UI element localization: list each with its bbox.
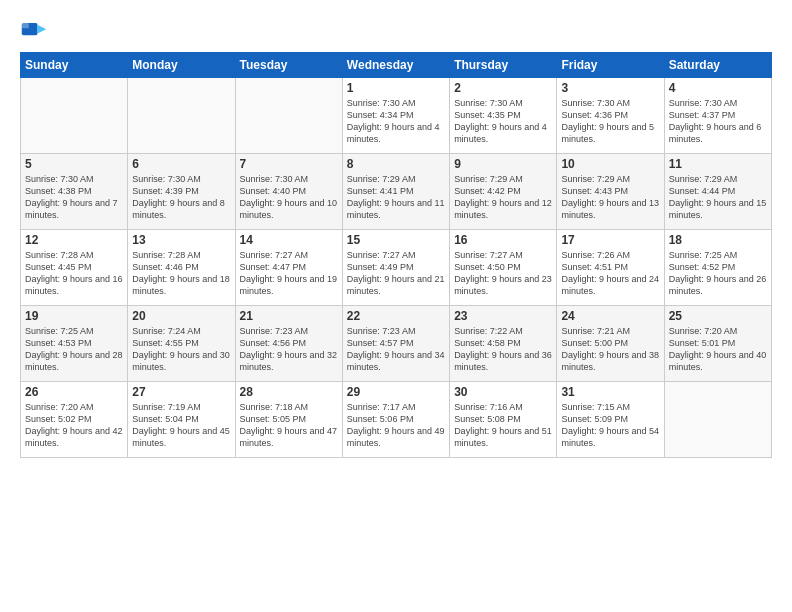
cell-day-number: 3 xyxy=(561,81,659,95)
calendar-cell: 20Sunrise: 7:24 AM Sunset: 4:55 PM Dayli… xyxy=(128,306,235,382)
cell-info: Sunrise: 7:27 AM Sunset: 4:49 PM Dayligh… xyxy=(347,249,445,298)
calendar-cell xyxy=(664,382,771,458)
cell-info: Sunrise: 7:16 AM Sunset: 5:08 PM Dayligh… xyxy=(454,401,552,450)
cell-day-number: 24 xyxy=(561,309,659,323)
logo-icon xyxy=(20,16,48,44)
weekday-header: Friday xyxy=(557,53,664,78)
cell-day-number: 11 xyxy=(669,157,767,171)
calendar-cell: 9Sunrise: 7:29 AM Sunset: 4:42 PM Daylig… xyxy=(450,154,557,230)
cell-day-number: 19 xyxy=(25,309,123,323)
cell-info: Sunrise: 7:29 AM Sunset: 4:41 PM Dayligh… xyxy=(347,173,445,222)
calendar-cell: 22Sunrise: 7:23 AM Sunset: 4:57 PM Dayli… xyxy=(342,306,449,382)
cell-day-number: 27 xyxy=(132,385,230,399)
logo xyxy=(20,16,52,44)
cell-info: Sunrise: 7:27 AM Sunset: 4:47 PM Dayligh… xyxy=(240,249,338,298)
cell-day-number: 15 xyxy=(347,233,445,247)
cell-info: Sunrise: 7:22 AM Sunset: 4:58 PM Dayligh… xyxy=(454,325,552,374)
calendar-week-row: 1Sunrise: 7:30 AM Sunset: 4:34 PM Daylig… xyxy=(21,78,772,154)
calendar-cell: 6Sunrise: 7:30 AM Sunset: 4:39 PM Daylig… xyxy=(128,154,235,230)
cell-day-number: 9 xyxy=(454,157,552,171)
calendar-cell: 7Sunrise: 7:30 AM Sunset: 4:40 PM Daylig… xyxy=(235,154,342,230)
weekday-header: Tuesday xyxy=(235,53,342,78)
calendar-cell: 31Sunrise: 7:15 AM Sunset: 5:09 PM Dayli… xyxy=(557,382,664,458)
cell-info: Sunrise: 7:19 AM Sunset: 5:04 PM Dayligh… xyxy=(132,401,230,450)
cell-day-number: 30 xyxy=(454,385,552,399)
calendar-cell: 12Sunrise: 7:28 AM Sunset: 4:45 PM Dayli… xyxy=(21,230,128,306)
cell-info: Sunrise: 7:29 AM Sunset: 4:42 PM Dayligh… xyxy=(454,173,552,222)
cell-info: Sunrise: 7:27 AM Sunset: 4:50 PM Dayligh… xyxy=(454,249,552,298)
cell-day-number: 20 xyxy=(132,309,230,323)
calendar-cell: 25Sunrise: 7:20 AM Sunset: 5:01 PM Dayli… xyxy=(664,306,771,382)
calendar-cell: 15Sunrise: 7:27 AM Sunset: 4:49 PM Dayli… xyxy=(342,230,449,306)
calendar-cell: 10Sunrise: 7:29 AM Sunset: 4:43 PM Dayli… xyxy=(557,154,664,230)
cell-day-number: 17 xyxy=(561,233,659,247)
cell-info: Sunrise: 7:30 AM Sunset: 4:35 PM Dayligh… xyxy=(454,97,552,146)
cell-day-number: 18 xyxy=(669,233,767,247)
cell-day-number: 31 xyxy=(561,385,659,399)
cell-info: Sunrise: 7:15 AM Sunset: 5:09 PM Dayligh… xyxy=(561,401,659,450)
cell-info: Sunrise: 7:20 AM Sunset: 5:01 PM Dayligh… xyxy=(669,325,767,374)
calendar-cell: 16Sunrise: 7:27 AM Sunset: 4:50 PM Dayli… xyxy=(450,230,557,306)
cell-info: Sunrise: 7:17 AM Sunset: 5:06 PM Dayligh… xyxy=(347,401,445,450)
cell-info: Sunrise: 7:26 AM Sunset: 4:51 PM Dayligh… xyxy=(561,249,659,298)
calendar-cell: 26Sunrise: 7:20 AM Sunset: 5:02 PM Dayli… xyxy=(21,382,128,458)
cell-info: Sunrise: 7:23 AM Sunset: 4:56 PM Dayligh… xyxy=(240,325,338,374)
cell-day-number: 14 xyxy=(240,233,338,247)
cell-day-number: 5 xyxy=(25,157,123,171)
cell-day-number: 8 xyxy=(347,157,445,171)
calendar-cell: 8Sunrise: 7:29 AM Sunset: 4:41 PM Daylig… xyxy=(342,154,449,230)
calendar-cell: 24Sunrise: 7:21 AM Sunset: 5:00 PM Dayli… xyxy=(557,306,664,382)
weekday-header: Monday xyxy=(128,53,235,78)
calendar-cell: 4Sunrise: 7:30 AM Sunset: 4:37 PM Daylig… xyxy=(664,78,771,154)
cell-info: Sunrise: 7:30 AM Sunset: 4:38 PM Dayligh… xyxy=(25,173,123,222)
cell-day-number: 12 xyxy=(25,233,123,247)
calendar-cell: 1Sunrise: 7:30 AM Sunset: 4:34 PM Daylig… xyxy=(342,78,449,154)
cell-day-number: 10 xyxy=(561,157,659,171)
weekday-header: Sunday xyxy=(21,53,128,78)
calendar-cell: 27Sunrise: 7:19 AM Sunset: 5:04 PM Dayli… xyxy=(128,382,235,458)
calendar-cell: 11Sunrise: 7:29 AM Sunset: 4:44 PM Dayli… xyxy=(664,154,771,230)
cell-info: Sunrise: 7:29 AM Sunset: 4:43 PM Dayligh… xyxy=(561,173,659,222)
weekday-header: Saturday xyxy=(664,53,771,78)
cell-day-number: 21 xyxy=(240,309,338,323)
calendar-cell: 21Sunrise: 7:23 AM Sunset: 4:56 PM Dayli… xyxy=(235,306,342,382)
cell-info: Sunrise: 7:18 AM Sunset: 5:05 PM Dayligh… xyxy=(240,401,338,450)
cell-day-number: 29 xyxy=(347,385,445,399)
weekday-header: Wednesday xyxy=(342,53,449,78)
cell-info: Sunrise: 7:21 AM Sunset: 5:00 PM Dayligh… xyxy=(561,325,659,374)
cell-info: Sunrise: 7:20 AM Sunset: 5:02 PM Dayligh… xyxy=(25,401,123,450)
cell-info: Sunrise: 7:29 AM Sunset: 4:44 PM Dayligh… xyxy=(669,173,767,222)
calendar-cell xyxy=(128,78,235,154)
cell-info: Sunrise: 7:28 AM Sunset: 4:46 PM Dayligh… xyxy=(132,249,230,298)
calendar-cell: 5Sunrise: 7:30 AM Sunset: 4:38 PM Daylig… xyxy=(21,154,128,230)
calendar-cell: 14Sunrise: 7:27 AM Sunset: 4:47 PM Dayli… xyxy=(235,230,342,306)
cell-info: Sunrise: 7:30 AM Sunset: 4:37 PM Dayligh… xyxy=(669,97,767,146)
weekday-header: Thursday xyxy=(450,53,557,78)
cell-day-number: 28 xyxy=(240,385,338,399)
cell-info: Sunrise: 7:25 AM Sunset: 4:53 PM Dayligh… xyxy=(25,325,123,374)
calendar-cell: 19Sunrise: 7:25 AM Sunset: 4:53 PM Dayli… xyxy=(21,306,128,382)
calendar-cell: 2Sunrise: 7:30 AM Sunset: 4:35 PM Daylig… xyxy=(450,78,557,154)
cell-day-number: 7 xyxy=(240,157,338,171)
cell-day-number: 16 xyxy=(454,233,552,247)
page: SundayMondayTuesdayWednesdayThursdayFrid… xyxy=(0,0,792,612)
cell-day-number: 13 xyxy=(132,233,230,247)
cell-info: Sunrise: 7:28 AM Sunset: 4:45 PM Dayligh… xyxy=(25,249,123,298)
calendar-cell: 23Sunrise: 7:22 AM Sunset: 4:58 PM Dayli… xyxy=(450,306,557,382)
cell-day-number: 22 xyxy=(347,309,445,323)
calendar-header-row: SundayMondayTuesdayWednesdayThursdayFrid… xyxy=(21,53,772,78)
svg-rect-2 xyxy=(22,23,29,28)
cell-day-number: 23 xyxy=(454,309,552,323)
calendar-cell: 3Sunrise: 7:30 AM Sunset: 4:36 PM Daylig… xyxy=(557,78,664,154)
cell-info: Sunrise: 7:30 AM Sunset: 4:36 PM Dayligh… xyxy=(561,97,659,146)
cell-day-number: 26 xyxy=(25,385,123,399)
calendar-cell: 13Sunrise: 7:28 AM Sunset: 4:46 PM Dayli… xyxy=(128,230,235,306)
svg-marker-1 xyxy=(38,25,47,34)
calendar: SundayMondayTuesdayWednesdayThursdayFrid… xyxy=(20,52,772,458)
cell-day-number: 25 xyxy=(669,309,767,323)
cell-info: Sunrise: 7:23 AM Sunset: 4:57 PM Dayligh… xyxy=(347,325,445,374)
cell-info: Sunrise: 7:30 AM Sunset: 4:39 PM Dayligh… xyxy=(132,173,230,222)
cell-info: Sunrise: 7:30 AM Sunset: 4:34 PM Dayligh… xyxy=(347,97,445,146)
calendar-week-row: 26Sunrise: 7:20 AM Sunset: 5:02 PM Dayli… xyxy=(21,382,772,458)
cell-info: Sunrise: 7:24 AM Sunset: 4:55 PM Dayligh… xyxy=(132,325,230,374)
